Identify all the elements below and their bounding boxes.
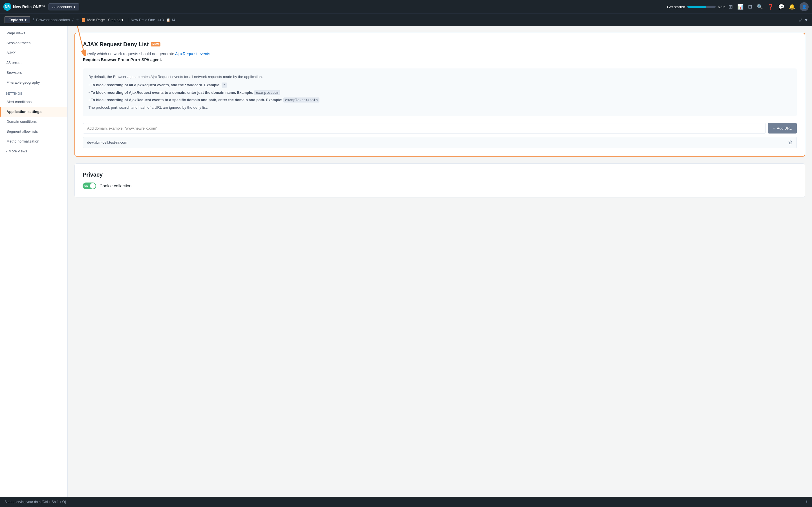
progress-bar bbox=[688, 6, 716, 8]
star-icon[interactable]: ☆ bbox=[76, 18, 80, 22]
breadcrumb-sep-1: / bbox=[33, 17, 34, 22]
sidebar-item-label: Application settings bbox=[6, 110, 42, 114]
sidebar-item-browsers[interactable]: Browsers bbox=[0, 68, 67, 77]
bullet-2: - To block recording of AjaxRequest even… bbox=[89, 90, 791, 96]
ajax-request-events-link[interactable]: AjaxRequest events bbox=[175, 52, 210, 56]
sidebar-item-label: Page views bbox=[6, 31, 25, 35]
sidebar-item-segment-allow-lists[interactable]: Segment allow lists bbox=[0, 126, 67, 136]
footer-text: The protocol, port, search and hash of a… bbox=[89, 105, 791, 111]
sidebar: Page views Session traces AJAX JS errors… bbox=[0, 26, 68, 497]
sidebar-item-label: Browsers bbox=[6, 70, 22, 75]
accounts-button[interactable]: All accounts ▾ bbox=[49, 3, 79, 10]
domain-list-item: dev-abm-cell.test-nr.com 🗑 bbox=[83, 137, 797, 148]
explorer-button[interactable]: Explorer ▾ bbox=[4, 16, 31, 24]
info-box: By default, the Browser agent creates Aj… bbox=[83, 68, 797, 116]
avatar[interactable]: 👤 bbox=[800, 2, 809, 11]
chat-icon[interactable]: 💬 bbox=[778, 4, 784, 10]
monitor-icon[interactable]: ⊞ bbox=[728, 4, 733, 10]
page-name: Main Page - Staging bbox=[87, 18, 121, 22]
deny-list-subtitle: Specify which network requests should no… bbox=[83, 51, 797, 63]
add-url-label: Add URL bbox=[777, 126, 792, 130]
sidebar-more-views[interactable]: › More views bbox=[0, 146, 67, 156]
sidebar-item-ajax[interactable]: AJAX bbox=[0, 48, 67, 58]
settings-section-header: Settings bbox=[0, 87, 67, 97]
sidebar-item-page-views[interactable]: Page views bbox=[0, 28, 67, 38]
bell-icon[interactable]: 🔔 bbox=[789, 4, 795, 10]
chevron-down-icon: ▾ bbox=[73, 5, 75, 9]
progress-label: 67% bbox=[718, 5, 725, 9]
sidebar-item-alert-conditions[interactable]: Alert conditions bbox=[0, 97, 67, 107]
add-url-button[interactable]: + Add URL bbox=[768, 123, 797, 133]
chart-icon[interactable]: 📊 bbox=[737, 4, 744, 10]
delete-domain-button[interactable]: 🗑 bbox=[788, 140, 793, 145]
nav-icons: ⊞ 📊 ⊡ 🔍 ❓ 💬 🔔 👤 bbox=[728, 2, 809, 11]
sidebar-item-session-traces[interactable]: Session traces bbox=[0, 38, 67, 48]
new-badge: NEW bbox=[151, 42, 160, 47]
sidebar-item-filterable-geography[interactable]: Filterable geography bbox=[0, 77, 67, 87]
domain-input[interactable] bbox=[83, 123, 766, 133]
sidebar-item-domain-conditions[interactable]: Domain conditions bbox=[0, 117, 67, 126]
sidebar-item-js-errors[interactable]: JS errors bbox=[0, 58, 67, 68]
logo: NR New Relic ONE™ bbox=[3, 3, 45, 11]
breadcrumb-browser-apps[interactable]: Browser applications bbox=[36, 18, 70, 22]
get-started-label: Get started bbox=[667, 5, 685, 9]
breadcrumb-right: ⤢ ▾ bbox=[799, 17, 808, 23]
sidebar-item-label: Alert conditions bbox=[6, 100, 32, 104]
chevron-right-icon: › bbox=[6, 149, 7, 153]
sidebar-item-label: Session traces bbox=[6, 41, 31, 45]
toggle-state-label: ON bbox=[84, 184, 88, 187]
domain-entry-text: dev-abm-cell.test-nr.com bbox=[87, 140, 127, 145]
progress-fill bbox=[688, 6, 706, 8]
deployments-count: 14 bbox=[171, 18, 175, 22]
search-icon[interactable]: 🔍 bbox=[757, 4, 763, 10]
sidebar-item-label: Domain conditions bbox=[6, 119, 37, 124]
sidebar-item-application-settings[interactable]: Application settings bbox=[0, 107, 67, 117]
expand-icon[interactable]: ⤢ bbox=[799, 17, 803, 23]
ajax-deny-list-card: AJAX Request Deny List NEW Specify which… bbox=[74, 33, 805, 157]
sidebar-item-metric-normalization[interactable]: Metric normalization bbox=[0, 136, 67, 146]
deny-list-title: AJAX Request Deny List NEW bbox=[83, 41, 797, 48]
sidebar-item-label: Segment allow lists bbox=[6, 129, 38, 133]
toggle-thumb bbox=[90, 183, 96, 189]
cookie-collection-label: Cookie collection bbox=[100, 183, 132, 188]
main-layout: Page views Session traces AJAX JS errors… bbox=[0, 26, 812, 497]
tags-count: 3 bbox=[162, 18, 164, 22]
sidebar-item-label: AJAX bbox=[6, 51, 16, 55]
explorer-chevron-icon: ▾ bbox=[24, 18, 27, 22]
svg-line-1 bbox=[75, 26, 84, 50]
main-content: AJAX Request Deny List NEW Specify which… bbox=[68, 26, 812, 497]
info-default: By default, the Browser agent creates Aj… bbox=[89, 74, 791, 80]
sidebar-item-label: Filterable geography bbox=[6, 80, 40, 84]
breadcrumb-chevron-icon[interactable]: ▾ bbox=[805, 17, 808, 23]
bullet3-code: example.com/path bbox=[283, 98, 319, 103]
privacy-title: Privacy bbox=[83, 172, 797, 178]
top-navigation: NR New Relic ONE™ All accounts ▾ Get sta… bbox=[0, 0, 812, 13]
bullet-3: - To block recording of AjaxRequest even… bbox=[89, 97, 791, 103]
bullet1-code: * bbox=[221, 82, 227, 88]
bullet2-code: example.com bbox=[254, 90, 280, 95]
grid-icon[interactable]: ⊡ bbox=[748, 4, 752, 10]
accounts-label: All accounts bbox=[52, 5, 72, 9]
sidebar-item-label: Metric normalization bbox=[6, 139, 39, 144]
plus-icon: + bbox=[773, 126, 775, 130]
logo-text: New Relic ONE™ bbox=[13, 4, 45, 9]
deployments-badge: 📋 14 bbox=[166, 18, 175, 22]
deny-list-title-text: AJAX Request Deny List bbox=[83, 41, 149, 48]
page-dropdown[interactable]: Main Page - Staging ▾ bbox=[87, 18, 124, 22]
page-chevron-icon: ▾ bbox=[121, 18, 123, 22]
help-icon[interactable]: ❓ bbox=[767, 4, 774, 10]
subtitle-bold: Requires Browser Pro or Pro + SPA agent. bbox=[83, 57, 162, 62]
privacy-section: Privacy ON Cookie collection bbox=[74, 163, 805, 198]
cookie-toggle-row: ON Cookie collection bbox=[83, 182, 797, 189]
sidebar-item-label: JS errors bbox=[6, 61, 21, 65]
explorer-label: Explorer bbox=[8, 18, 23, 22]
cookie-toggle[interactable]: ON bbox=[83, 182, 96, 189]
logo-icon: NR bbox=[3, 3, 11, 11]
tags-badge: 🏷 3 bbox=[157, 18, 164, 22]
get-started-area: Get started 67% bbox=[667, 5, 725, 9]
new-relic-one-label: New Relic One bbox=[128, 18, 155, 22]
breadcrumb-bar: Explorer ▾ / Browser applications / ☆ Ma… bbox=[0, 13, 812, 26]
more-views-label: More views bbox=[8, 149, 27, 153]
bullet-1: - To block recording of all AjaxRequest … bbox=[89, 82, 791, 88]
add-domain-row: + Add URL bbox=[83, 123, 797, 133]
